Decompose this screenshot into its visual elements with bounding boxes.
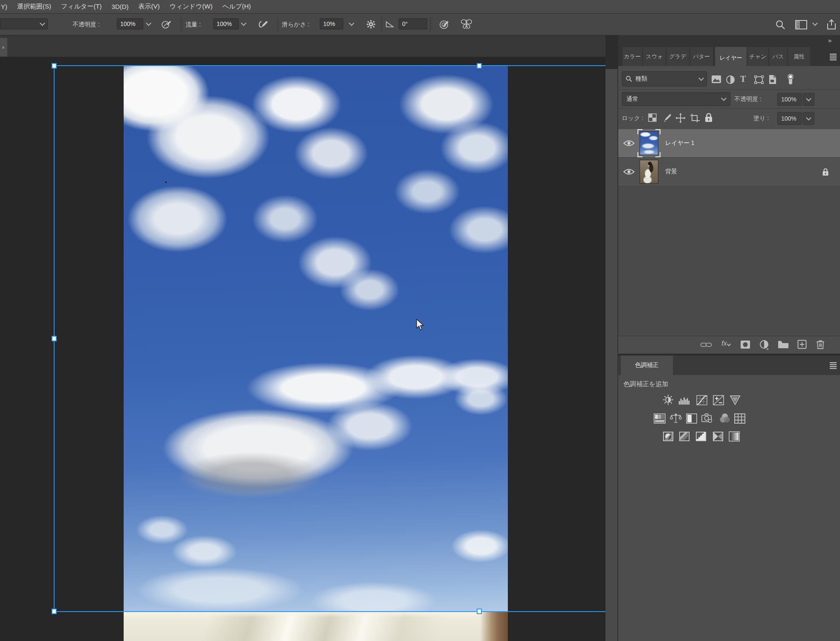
adjustment-color-lookup-icon[interactable] bbox=[734, 413, 746, 424]
filter-toggle-icon[interactable] bbox=[787, 73, 794, 85]
adjustment-color-balance-icon[interactable] bbox=[670, 413, 682, 423]
adjustment-channel-mixer-icon[interactable] bbox=[719, 413, 731, 423]
fill-input[interactable]: 100% bbox=[777, 112, 802, 125]
workspace-dropdown-button[interactable] bbox=[811, 18, 819, 29]
menu-item-filter[interactable]: フィルター(T) bbox=[61, 3, 102, 11]
background-name[interactable]: 背景 bbox=[665, 168, 677, 176]
canvas-image-sky-layer[interactable] bbox=[124, 66, 508, 612]
menu-item-view[interactable]: 表示(V) bbox=[139, 3, 160, 11]
link-layers-icon[interactable] bbox=[700, 341, 712, 349]
layer-opacity-value: 100% bbox=[781, 96, 797, 103]
share-icon[interactable] bbox=[826, 19, 837, 30]
transform-handle-bottom-left[interactable] bbox=[52, 609, 57, 614]
filter-shape-layers-icon[interactable] bbox=[754, 75, 764, 84]
filter-type-layers-icon[interactable]: T bbox=[740, 74, 746, 84]
adjustment-curves-icon[interactable] bbox=[696, 395, 708, 405]
lock-position-icon[interactable] bbox=[675, 113, 686, 123]
symmetry-butterfly-icon[interactable] bbox=[460, 18, 473, 30]
adjustment-brightness-contrast-icon[interactable] bbox=[662, 395, 674, 405]
transform-handle-mid-left[interactable] bbox=[52, 336, 57, 341]
tab-gradients[interactable]: グラデ bbox=[666, 47, 689, 66]
layer-filter-type-select[interactable]: 種類 bbox=[622, 71, 707, 87]
adjustment-invert-icon[interactable] bbox=[662, 431, 674, 442]
layer-styles-icon[interactable]: fx bbox=[721, 340, 730, 347]
adjustments-panel-menu-icon[interactable] bbox=[829, 361, 837, 369]
brush-preset-picker[interactable] bbox=[0, 18, 48, 29]
adjustment-exposure-icon[interactable] bbox=[713, 395, 724, 405]
workspace-switcher-icon[interactable] bbox=[795, 20, 808, 30]
gear-icon[interactable] bbox=[365, 19, 377, 29]
menu-item-select[interactable]: 選択範囲(S) bbox=[17, 3, 51, 11]
transform-edge-bottom[interactable] bbox=[54, 611, 605, 612]
transform-handle-top-mid[interactable] bbox=[477, 63, 482, 69]
lock-artboard-icon[interactable] bbox=[690, 113, 700, 123]
background-thumbnail[interactable] bbox=[640, 160, 658, 184]
layer-row-divider bbox=[618, 186, 840, 186]
dock-divider[interactable] bbox=[605, 35, 618, 641]
menu-item-partial[interactable]: Y) bbox=[1, 3, 7, 10]
filter-adjustment-layers-icon[interactable] bbox=[726, 75, 735, 84]
new-layer-icon[interactable] bbox=[797, 340, 807, 349]
adjustment-posterize-icon[interactable] bbox=[678, 431, 690, 442]
add-layer-mask-icon[interactable] bbox=[740, 340, 750, 349]
tab-adjustments[interactable]: 色調補正 bbox=[621, 355, 673, 375]
adjustment-gradient-map-icon[interactable] bbox=[712, 431, 724, 442]
tab-properties[interactable]: 属性 bbox=[788, 47, 810, 66]
lock-pixels-icon[interactable] bbox=[662, 113, 672, 122]
menu-item-3d[interactable]: 3D(D) bbox=[112, 3, 129, 10]
filter-pixel-layers-icon[interactable] bbox=[711, 75, 721, 84]
flow-dropdown-button[interactable] bbox=[239, 18, 248, 29]
tab-swatches[interactable]: スウォ bbox=[643, 47, 666, 66]
layer1-name[interactable]: レイヤー 1 bbox=[665, 139, 695, 147]
opacity-dropdown-button[interactable] bbox=[144, 18, 153, 29]
menu-item-window[interactable]: ウィンドウ(W) bbox=[170, 3, 213, 11]
tab-paths[interactable]: パス bbox=[769, 47, 787, 66]
adjustment-selective-color-icon[interactable] bbox=[728, 431, 740, 442]
lock-transparency-icon[interactable] bbox=[648, 113, 657, 122]
transform-handle-bottom-mid[interactable] bbox=[477, 609, 482, 614]
lock-all-icon[interactable] bbox=[704, 113, 713, 123]
delete-layer-icon[interactable] bbox=[816, 339, 825, 349]
new-group-icon[interactable] bbox=[778, 340, 789, 349]
layer1-visibility-toggle[interactable] bbox=[618, 140, 640, 147]
airbrush-opacity-icon[interactable] bbox=[161, 19, 173, 29]
layer-opacity-dropdown[interactable] bbox=[803, 93, 814, 106]
adjustment-photo-filter-icon[interactable] bbox=[701, 413, 713, 423]
adjustment-threshold-icon[interactable] bbox=[695, 431, 707, 442]
background-lock-icon[interactable] bbox=[822, 168, 829, 176]
adjustment-hue-saturation-icon[interactable] bbox=[654, 413, 666, 424]
fill-dropdown[interactable] bbox=[803, 112, 814, 125]
canvas-image-background-layer[interactable] bbox=[124, 612, 508, 641]
layers-panel-menu-icon[interactable] bbox=[829, 53, 837, 61]
tab-patterns[interactable]: パター bbox=[690, 47, 713, 66]
layer-row-layer1[interactable]: レイヤー 1 bbox=[618, 129, 840, 157]
layer-row-background[interactable]: 背景 bbox=[618, 158, 840, 186]
smoothing-input[interactable]: 10% bbox=[320, 18, 343, 29]
filter-smart-objects-icon[interactable] bbox=[768, 75, 777, 84]
eye-icon bbox=[623, 140, 634, 147]
airbrush-flow-icon[interactable] bbox=[257, 19, 270, 29]
angle-input[interactable]: 0° bbox=[399, 18, 427, 29]
blend-mode-select[interactable]: 通常 bbox=[622, 92, 730, 106]
transform-edge-top[interactable] bbox=[54, 65, 605, 66]
smoothing-dropdown-button[interactable] bbox=[346, 18, 357, 29]
adjustment-vibrance-icon[interactable] bbox=[729, 395, 741, 405]
search-icon[interactable] bbox=[775, 19, 786, 30]
new-adjustment-layer-icon[interactable] bbox=[759, 340, 770, 350]
adjustment-black-white-icon[interactable] bbox=[686, 413, 698, 424]
tab-color[interactable]: カラー bbox=[623, 47, 642, 66]
tab-layers[interactable]: レイヤー bbox=[715, 47, 747, 69]
adjustment-levels-icon[interactable] bbox=[678, 396, 690, 406]
transform-handle-top-left[interactable] bbox=[52, 63, 57, 69]
flow-label: 流量 : bbox=[185, 14, 201, 35]
tab-channels[interactable]: チャン bbox=[747, 47, 768, 66]
flow-input[interactable]: 100% bbox=[213, 18, 239, 29]
layer1-thumbnail[interactable] bbox=[640, 131, 658, 155]
menu-item-help[interactable]: ヘルプ(H) bbox=[222, 3, 251, 11]
background-visibility-toggle[interactable] bbox=[618, 168, 640, 175]
opacity-input[interactable]: 100% bbox=[117, 18, 143, 29]
document-tab-close[interactable]: × bbox=[0, 38, 7, 57]
collapse-panels-icon[interactable]: » bbox=[828, 37, 831, 44]
layer-opacity-input[interactable]: 100% bbox=[777, 93, 802, 106]
pressure-size-icon[interactable] bbox=[439, 19, 451, 30]
